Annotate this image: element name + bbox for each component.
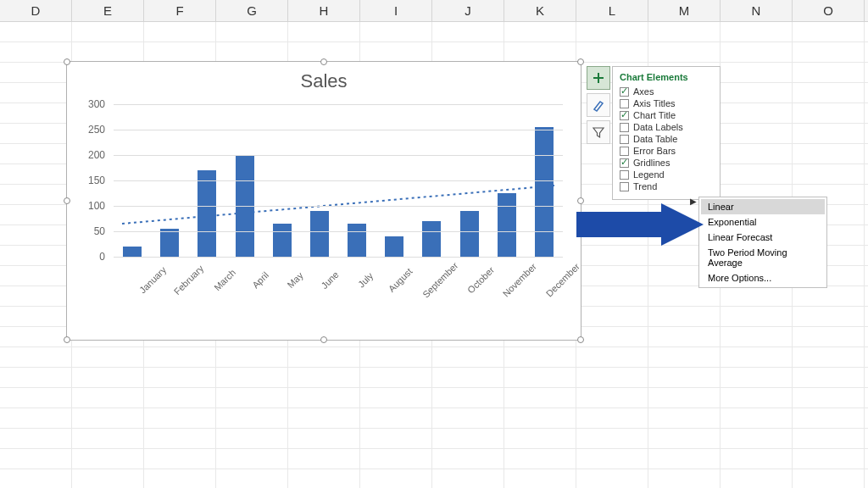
resize-handle[interactable] bbox=[320, 336, 327, 343]
trendline-option[interactable]: Two Period Moving Average bbox=[701, 245, 825, 270]
bar[interactable] bbox=[198, 170, 216, 257]
column-header[interactable]: E bbox=[72, 0, 144, 21]
column-header[interactable]: K bbox=[504, 0, 576, 21]
option-label: Error Bars bbox=[633, 146, 676, 156]
chart-styles-button[interactable] bbox=[587, 93, 610, 117]
trendline-submenu[interactable]: LinearExponentialLinear ForecastTwo Peri… bbox=[698, 197, 827, 288]
chart-element-option[interactable]: Legend bbox=[620, 169, 713, 180]
trendline-option[interactable]: More Options... bbox=[701, 270, 825, 286]
chart-side-buttons bbox=[587, 66, 612, 147]
x-axis-labels: JanuaryFebruaryMarchAprilMayJuneJulyAugu… bbox=[114, 258, 563, 294]
chart-element-option[interactable]: Axis Titles bbox=[620, 97, 713, 109]
chart-element-option[interactable]: Data Labels bbox=[620, 121, 713, 133]
chart-filters-button[interactable] bbox=[587, 120, 610, 144]
chart-element-option[interactable]: Error Bars bbox=[620, 145, 713, 157]
checkbox[interactable] bbox=[620, 111, 629, 120]
column-header[interactable]: H bbox=[288, 0, 360, 21]
column-header[interactable]: I bbox=[360, 0, 432, 21]
checkbox-list: AxesAxis TitlesChart TitleData LabelsDat… bbox=[620, 86, 713, 192]
checkbox[interactable] bbox=[620, 147, 629, 156]
y-axis-tick: 300 bbox=[71, 98, 105, 110]
option-label: Chart Title bbox=[633, 110, 676, 120]
funnel-icon bbox=[592, 125, 605, 139]
plus-icon bbox=[592, 71, 605, 85]
checkbox[interactable] bbox=[620, 170, 629, 180]
y-axis-tick: 0 bbox=[71, 251, 105, 263]
chart-title[interactable]: Sales bbox=[67, 62, 581, 97]
column-header[interactable]: L bbox=[576, 0, 648, 21]
y-axis-tick: 250 bbox=[71, 124, 105, 136]
option-label: Trend bbox=[633, 181, 657, 191]
option-label: Gridlines bbox=[633, 158, 670, 168]
y-axis-tick: 100 bbox=[71, 200, 105, 212]
chart-element-option[interactable]: Gridlines bbox=[620, 157, 713, 169]
option-label: Legend bbox=[633, 169, 665, 180]
option-label: Axis Titles bbox=[633, 98, 676, 108]
option-label: Data Labels bbox=[633, 122, 683, 132]
resize-handle[interactable] bbox=[577, 58, 584, 65]
column-header[interactable]: O bbox=[793, 0, 865, 21]
chart-element-option[interactable]: Chart Title bbox=[620, 109, 713, 121]
chart-elements-panel[interactable]: Chart Elements AxesAxis TitlesChart Titl… bbox=[612, 66, 721, 200]
plot-area[interactable]: 050100150200250300 bbox=[114, 104, 563, 257]
resize-handle[interactable] bbox=[64, 197, 70, 204]
column-header[interactable]: D bbox=[0, 0, 72, 21]
flyout-arrow-icon: ▶ bbox=[690, 197, 697, 206]
chart-element-option[interactable]: Axes bbox=[620, 86, 713, 97]
column-header[interactable]: M bbox=[648, 0, 721, 21]
resize-handle[interactable] bbox=[577, 336, 584, 343]
y-axis-tick: 150 bbox=[71, 175, 105, 186]
trendline-option[interactable]: Linear bbox=[701, 199, 825, 214]
resize-handle[interactable] bbox=[320, 58, 327, 65]
option-label: Axes bbox=[633, 86, 654, 97]
checkbox[interactable] bbox=[620, 135, 629, 144]
chart-element-option[interactable]: Data Table bbox=[620, 133, 713, 145]
panel-title: Chart Elements bbox=[620, 72, 713, 82]
checkbox[interactable] bbox=[620, 123, 629, 132]
trendline-option[interactable]: Linear Forecast bbox=[701, 230, 825, 245]
brush-icon bbox=[592, 98, 605, 112]
y-axis-tick: 50 bbox=[71, 225, 105, 237]
resize-handle[interactable] bbox=[577, 197, 584, 204]
resize-handle[interactable] bbox=[64, 336, 70, 343]
y-axis-tick: 200 bbox=[71, 149, 105, 161]
column-header[interactable]: F bbox=[144, 0, 216, 21]
checkbox[interactable] bbox=[620, 182, 629, 191]
option-label: Data Table bbox=[633, 134, 677, 144]
resize-handle[interactable] bbox=[64, 58, 70, 65]
chart-element-option[interactable]: Trend bbox=[620, 180, 713, 192]
column-header[interactable]: J bbox=[432, 0, 504, 21]
trendline-option[interactable]: Exponential bbox=[701, 214, 825, 230]
checkbox[interactable] bbox=[620, 87, 629, 97]
column-header[interactable]: N bbox=[721, 0, 793, 21]
column-headers: DEFGHIJKLMNO bbox=[0, 0, 868, 22]
bar[interactable] bbox=[535, 127, 554, 257]
column-header[interactable]: G bbox=[216, 0, 288, 21]
chart-object[interactable]: Sales 050100150200250300 JanuaryFebruary… bbox=[66, 61, 581, 341]
checkbox[interactable] bbox=[620, 158, 629, 168]
chart-elements-button[interactable] bbox=[587, 66, 610, 90]
checkbox[interactable] bbox=[620, 99, 629, 108]
